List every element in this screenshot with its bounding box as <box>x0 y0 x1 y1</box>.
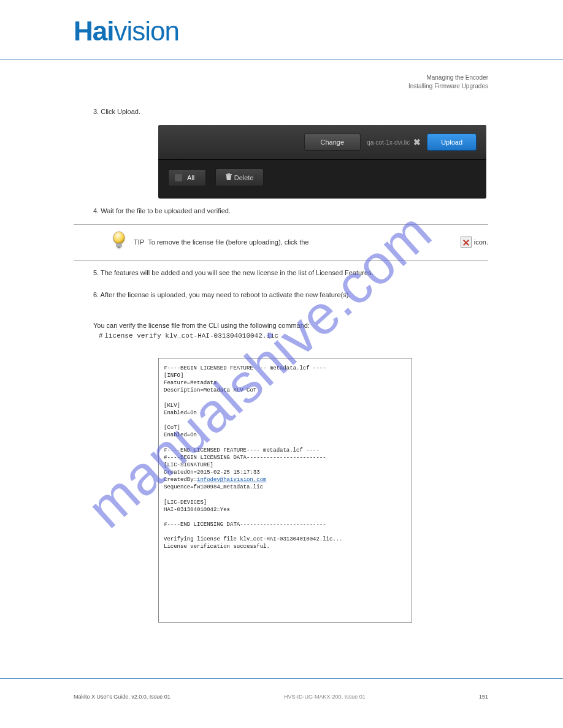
breadcrumb-2: Installing Firmware Upgrades <box>408 82 488 91</box>
close-icon <box>461 237 472 248</box>
footer-page: 151 <box>479 694 488 700</box>
upload-panel: Change qa-cot-1x-dvi.lic ✖ Upload All De… <box>158 125 486 199</box>
checkbox-icon <box>175 174 182 181</box>
license-text-1: #----BEGIN LICENSED FEATURE---- metadata… <box>164 365 326 483</box>
license-email-link[interactable]: infodev@haivision.com <box>197 477 266 483</box>
header-divider <box>0 59 563 59</box>
logo-light: vision <box>113 16 179 46</box>
breadcrumb-1: Managing the Encoder <box>408 74 488 82</box>
svg-point-0 <box>113 232 124 244</box>
footer-mid: HVS-ID-UG-MAKX-200, Issue 01 <box>284 694 366 700</box>
all-label: All <box>187 174 194 181</box>
step-6: 6. After the license is uploaded, you ma… <box>93 290 486 300</box>
panel-toolbar: Change qa-cot-1x-dvi.lic ✖ Upload <box>158 125 486 160</box>
change-button[interactable]: Change <box>304 134 361 151</box>
selected-filename: qa-cot-1x-dvi.lic ✖ <box>367 137 421 147</box>
panel-actions: All Delete <box>158 160 486 199</box>
clear-file-icon[interactable]: ✖ <box>413 137 421 147</box>
svg-rect-1 <box>117 243 121 247</box>
step-4: 4. Wait for the file to be uploaded and … <box>93 207 231 214</box>
select-all-button[interactable]: All <box>168 169 206 186</box>
footer-left: Makito X User's Guide, v2.0.0, Issue 01 <box>74 694 170 700</box>
tip-text: To remove the license file (before uploa… <box>144 238 461 246</box>
svg-rect-2 <box>118 247 120 248</box>
logo-bold: Hai <box>74 16 113 46</box>
delete-label: Delete <box>234 174 254 181</box>
filename-text: qa-cot-1x-dvi.lic <box>367 139 410 146</box>
license-output: #----BEGIN LICENSED FEATURE---- metadata… <box>158 358 412 623</box>
license-text-2: Sequence=fw100984_metadata.lic [LIC-DEVI… <box>164 484 343 550</box>
step-3: 3. Click Upload. <box>93 108 140 115</box>
tip-text-2: icon. <box>472 238 488 246</box>
breadcrumb: Managing the Encoder Installing Firmware… <box>408 74 488 91</box>
delete-button[interactable]: Delete <box>215 169 264 186</box>
logo: Haivision <box>74 16 179 47</box>
trash-icon <box>226 173 232 181</box>
tip-block: TIP To remove the license file (before u… <box>74 224 488 261</box>
footer-divider <box>0 678 563 679</box>
tip-label: TIP <box>134 238 144 246</box>
footer: Makito X User's Guide, v2.0.0, Issue 01 … <box>74 694 488 700</box>
cli-instruction: You can verify the license file from the… <box>93 321 486 341</box>
cli-command: license verify klv_cot-HAI-031304010042.… <box>104 332 278 339</box>
step-5: 5. The features will be added and you wi… <box>93 268 486 278</box>
cli-lead: You can verify the license file from the… <box>93 322 310 329</box>
lightbulb-icon <box>110 231 128 253</box>
tip-rule-bottom <box>74 260 488 261</box>
upload-button[interactable]: Upload <box>427 134 477 151</box>
